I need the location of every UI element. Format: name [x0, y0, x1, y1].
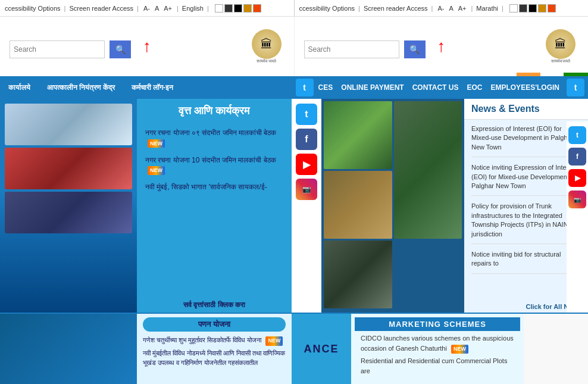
news-event-item-3[interactable]: Policy for provision of Trunk infrastruc…	[471, 202, 581, 244]
marathi-scheme-item-1[interactable]: गणेश चतुर्थीच्या शुभ मुहूर्तावर सिडकोतर्…	[143, 335, 286, 346]
main-content: वृत्त आणि कार्यक्रम नगर रचना योजना ०९ सं…	[0, 99, 588, 313]
emblem-text-left: सत्यमेव जयते	[257, 59, 276, 64]
marketing-item-2[interactable]: Residential and Residential cum Commerci…	[361, 356, 514, 376]
header: 🔍 ↑ 🏛 सत्यमेव जयते 🔍 ↑ 🏛 सत्यमेव जयते	[0, 17, 588, 76]
photos-panel	[321, 99, 464, 313]
facebook-icon-right[interactable]: f	[568, 148, 586, 166]
color-scheme-left[interactable]	[215, 4, 261, 13]
nav-item-ces[interactable]: CES	[315, 81, 337, 94]
instagram-icon[interactable]: 📷	[296, 179, 317, 200]
news-event-item-2[interactable]: Notice inviting Expression of Interest (…	[471, 163, 581, 196]
youtube-icon[interactable]: ▶	[296, 154, 317, 175]
marketing-item-1[interactable]: CIDCO launches various schemes on the au…	[361, 333, 514, 354]
arrow-up-right: ↑	[437, 37, 446, 56]
train-image	[5, 148, 132, 189]
emblem-circle-left: 🏛	[252, 29, 282, 59]
emblem-left: 🏛 सत्यमेव जयते	[249, 29, 284, 64]
youtube-icon-right[interactable]: ▶	[568, 169, 586, 187]
color-dark[interactable]	[224, 4, 233, 13]
color-white[interactable]	[215, 4, 223, 13]
new-badge-marketing: NEW	[451, 345, 468, 354]
marathi-news-header: वृत्त आणि कार्यक्रम	[137, 99, 292, 123]
news-event-item-1[interactable]: Expression of Interest (EOI) for Mixed-u…	[471, 124, 581, 157]
finance-label: ANCE	[304, 343, 339, 355]
bottom-right	[524, 314, 588, 384]
news-events-header: News & Events	[464, 99, 588, 120]
news-event-item-4[interactable]: Notice inviting bid for structural repai…	[471, 250, 581, 274]
tricolor-strip	[517, 73, 588, 76]
marketing-header: MARKETING SCHEMES	[355, 317, 520, 331]
search-input-right[interactable]	[304, 40, 399, 58]
accessibility-options-left[interactable]: ccessibility Options	[5, 5, 61, 12]
bottom-marathi-scheme: पणन योजना गणेश चतुर्थीच्या शुभ मुहूर्ताव…	[137, 314, 292, 384]
nav-item-emergency[interactable]: आपत्कालीन नियंत्रण केंद्र	[43, 81, 118, 94]
language-right[interactable]: Marathi	[476, 5, 498, 12]
accessibility-bar: ccessibility Options | Screen reader Acc…	[0, 0, 588, 17]
bottom-finance: ANCE	[292, 314, 351, 384]
nav-item-online-payment[interactable]: ONLINE PAYMENT	[337, 81, 407, 94]
marathi-news-item-2[interactable]: नगर रचना योजना 10 संदभीत जमिन मालकांची ब…	[145, 155, 283, 176]
nav-item-employees-login[interactable]: EMPLOYEES'LOGIN	[487, 81, 563, 94]
language-left[interactable]: English	[182, 5, 204, 12]
twitter-icon[interactable]: t	[296, 104, 317, 125]
color-red[interactable]	[253, 4, 261, 13]
marathi-news-item-3[interactable]: नवी मुंबई, सिडको भागात 'सार्वजनिक सायकल/…	[145, 182, 283, 192]
search-button-left[interactable]: 🔍	[110, 40, 131, 58]
font-normal-right[interactable]: A	[448, 5, 454, 12]
color-black-r[interactable]	[528, 4, 537, 13]
search-container-left: 🔍 ↑	[10, 37, 151, 62]
color-scheme-right[interactable]	[509, 4, 556, 13]
nav-item-office[interactable]: कार्यालये	[5, 81, 34, 94]
twitter-nav-icon-right[interactable]: t	[567, 79, 584, 96]
new-badge-2: NEW	[148, 166, 165, 175]
screen-reader-right[interactable]: Screen reader Access	[364, 5, 428, 12]
search-input-left[interactable]	[10, 40, 105, 58]
marketing-items: CIDCO launches various schemes on the au…	[355, 331, 520, 378]
font-decrease-right[interactable]: A-	[436, 5, 445, 12]
color-yellow-r[interactable]	[538, 4, 546, 13]
navigation-bar: कार्यालये आपत्कालीन नियंत्रण केंद्र कर्म…	[0, 76, 588, 99]
font-increase-right[interactable]: A+	[457, 5, 468, 12]
news-events-panel: News & Events Expression of Interest (EO…	[464, 99, 588, 313]
nav-item-contact-us[interactable]: CONTACT US	[409, 81, 462, 94]
nav-left: कार्यालये आपत्कालीन नियंत्रण केंद्र कर्म…	[0, 76, 292, 99]
font-increase-left[interactable]: A+	[162, 5, 173, 12]
color-white-r[interactable]	[509, 4, 518, 13]
twitter-nav-icon[interactable]: t	[296, 79, 314, 96]
marathi-scheme-header: पणन योजना	[143, 317, 286, 332]
bottom-left	[0, 314, 137, 384]
left-panel	[0, 99, 137, 313]
station-image	[5, 192, 132, 233]
emblem-text-right: सत्यमेव जयते	[551, 59, 571, 64]
marathi-news-item-1[interactable]: नगर रचना योजना ०९ संदभीत जमिन मालकांची ब…	[145, 128, 283, 148]
color-dark-r[interactable]	[519, 4, 527, 13]
header-right: 🔍 ↑ 🏛 सत्यमेव जयते	[295, 17, 589, 76]
nav-item-employee-login[interactable]: कर्मचारी लॉग-इन	[128, 81, 177, 94]
left-images	[0, 99, 137, 238]
click-all-marathi[interactable]: सर्व वृत्तांसाठी क्लिक करा	[137, 297, 292, 313]
marathi-scheme-item-2[interactable]: नवी मुंबईतील विविध नोडमध्ये निवासी आणि न…	[143, 348, 286, 368]
search-button-right[interactable]: 🔍	[404, 40, 426, 58]
marathi-scheme-items: गणेश चतुर्थीच्या शुभ मुहूर्तावर सिडकोतर्…	[137, 335, 292, 368]
social-column: t f ▶ 📷	[292, 99, 321, 313]
photo-2	[394, 101, 462, 239]
color-black[interactable]	[234, 4, 242, 13]
facebook-icon[interactable]: f	[296, 129, 317, 150]
color-red-r[interactable]	[548, 4, 556, 13]
emblem-circle-right: 🏛	[546, 29, 576, 59]
search-container-right: 🔍 ↑	[304, 37, 446, 62]
accessibility-options-right[interactable]: ccessibility Options	[299, 5, 355, 12]
nav-item-eoc[interactable]: EOC	[463, 81, 486, 94]
twitter-icon-right[interactable]: t	[568, 126, 586, 144]
color-yellow[interactable]	[243, 4, 252, 13]
font-normal-left[interactable]: A	[154, 5, 160, 12]
emblem-right: 🏛 सत्यमेव जयते	[543, 29, 578, 64]
photo-1	[324, 101, 392, 169]
instagram-icon-right[interactable]: 📷	[568, 191, 586, 208]
bottom-row: पणन योजना गणेश चतुर्थीच्या शुभ मुहूर्ताव…	[0, 313, 588, 384]
bottom-marketing: MARKETING SCHEMES CIDCO launches various…	[351, 314, 524, 384]
photo-3	[324, 171, 392, 239]
font-decrease-left[interactable]: A-	[142, 5, 151, 12]
accessibility-left: ccessibility Options | Screen reader Acc…	[0, 0, 295, 16]
screen-reader-left[interactable]: Screen reader Access	[69, 5, 133, 12]
